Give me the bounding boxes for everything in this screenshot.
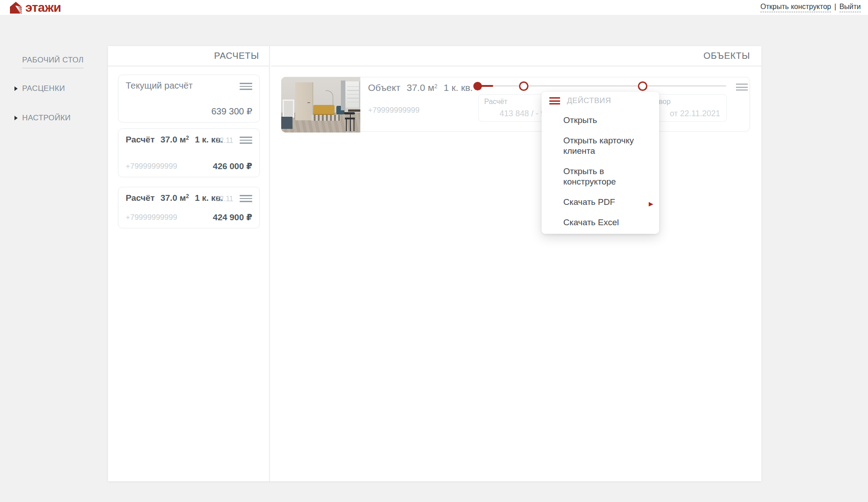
card-title-word: Расчёт	[126, 193, 155, 203]
sidebar-item-label: РАБОЧИЙ СТОЛ	[22, 56, 84, 68]
photo-door	[295, 82, 313, 120]
photo-table	[348, 109, 360, 112]
card-title: Расчёт 37.0 м2 1 к. кв.	[126, 193, 223, 203]
actions-menu-items: Открыть Открыть карточку клиента Открыть…	[542, 106, 659, 227]
card-title-word: Расчёт	[126, 135, 155, 145]
slider-track	[474, 85, 726, 86]
object-area: 37.0 м2	[407, 82, 438, 93]
photo-rug	[311, 115, 340, 121]
submenu-arrow-icon: ▶	[649, 199, 653, 209]
photo-curtain	[341, 81, 345, 110]
house-icon	[9, 1, 23, 14]
photo-chair-leg	[354, 119, 354, 131]
hamburger-icon[interactable]	[736, 84, 748, 90]
price-range-slider	[474, 81, 726, 90]
calculations-panel: РАСЧЕТЫ Текущий расчёт 639 300 ₽ Расчёт …	[108, 46, 270, 481]
object-title: Объект 37.0 м2 1 к. кв.	[368, 82, 473, 93]
hamburger-icon[interactable]	[240, 83, 252, 90]
hamburger-icon-red[interactable]	[549, 97, 560, 104]
card-price: 639 300 ₽	[211, 106, 252, 117]
photo-chair-leg	[346, 119, 347, 131]
menu-item-download-excel[interactable]: Скачать Excel	[563, 217, 650, 227]
top-bar: этажи Открыть конструктор | Выйти	[0, 0, 868, 15]
photo-sofa	[313, 105, 335, 114]
contract-value: от 22.11.2021	[670, 109, 720, 118]
triangle-right-icon	[14, 116, 18, 120]
hamburger-icon[interactable]	[240, 137, 252, 144]
card-title: Расчёт 37.0 м2 1 к. кв.	[126, 135, 223, 145]
sidebar-item-settings[interactable]: НАСТРОЙКИ	[14, 114, 71, 123]
card-price: 424 900 ₽	[213, 212, 252, 223]
photo-dining-chair	[344, 112, 355, 114]
card-area: 37.0 м2	[160, 193, 189, 203]
object-rooms: 1 к. кв.	[443, 82, 473, 93]
photo-mirror	[283, 99, 294, 118]
card-date: 22.11	[216, 195, 233, 203]
sidebar-item-pricing[interactable]: РАСЦЕНКИ	[14, 84, 65, 93]
calculation-card[interactable]: Расчёт 37.0 м2 1 к. кв. 22.11 +799999999…	[118, 128, 260, 177]
object-title-word: Объект	[368, 82, 401, 93]
calc-value-label: Расчёт	[484, 98, 507, 106]
calculations-header: РАСЧЕТЫ	[108, 46, 269, 66]
photo-window-grid	[347, 83, 359, 105]
sidebar-item-label: НАСТРОЙКИ	[22, 114, 71, 123]
object-photo	[281, 77, 360, 133]
card-price: 426 000 ₽	[213, 161, 252, 171]
menu-item-download-pdf[interactable]: Скачать PDF ▶	[563, 197, 650, 207]
card-title: Текущий расчёт	[126, 81, 193, 91]
logo[interactable]: этажи	[9, 1, 61, 14]
logout-link[interactable]: Выйти	[840, 3, 861, 12]
slider-handle-1[interactable]	[519, 81, 528, 91]
top-links: Открыть конструктор | Выйти	[760, 3, 861, 12]
sidebar-item-desktop[interactable]: РАБОЧИЙ СТОЛ	[22, 56, 84, 68]
photo-door-handle	[307, 102, 310, 103]
card-phone: +79999999999	[126, 213, 177, 222]
logo-text: этажи	[25, 1, 61, 14]
open-constructor-link[interactable]: Открыть конструктор	[760, 3, 831, 12]
actions-menu-title: ДЕЙСТВИЯ	[567, 96, 611, 105]
object-row[interactable]: Объект 37.0 м2 1 к. кв. +79999999999 Рас…	[281, 77, 750, 132]
triangle-right-icon	[14, 86, 18, 91]
sidebar-item-label: РАСЦЕНКИ	[22, 84, 65, 93]
photo-chair-leg	[350, 114, 351, 131]
menu-item-open-in-constructor[interactable]: Открыть в конструкторе	[563, 166, 650, 187]
link-separator: |	[834, 3, 836, 11]
object-phone: +79999999999	[368, 106, 420, 115]
slider-start-handle[interactable]	[473, 82, 482, 90]
slider-handle-2[interactable]	[638, 81, 647, 91]
card-area: 37.0 м2	[160, 135, 189, 145]
calculation-card[interactable]: Расчёт 37.0 м2 1 к. кв. 22.11 +799999999…	[118, 187, 260, 228]
photo-cabinet	[281, 117, 292, 129]
menu-item-open-client-card[interactable]: Открыть карточку клиента	[563, 135, 650, 156]
actions-menu-header: ДЕЙСТВИЯ	[542, 96, 659, 106]
menu-item-open[interactable]: Открыть	[563, 115, 650, 125]
calculation-card-current[interactable]: Текущий расчёт 639 300 ₽	[118, 75, 260, 123]
actions-context-menu: ДЕЙСТВИЯ Открыть Открыть карточку клиент…	[542, 92, 659, 234]
main-panel: РАСЧЕТЫ Текущий расчёт 639 300 ₽ Расчёт …	[108, 46, 761, 481]
card-phone: +79999999999	[126, 162, 177, 171]
hamburger-icon[interactable]	[240, 195, 252, 202]
objects-header: ОБЪЕКТЫ	[271, 46, 761, 66]
card-date: 22.11	[216, 137, 233, 145]
